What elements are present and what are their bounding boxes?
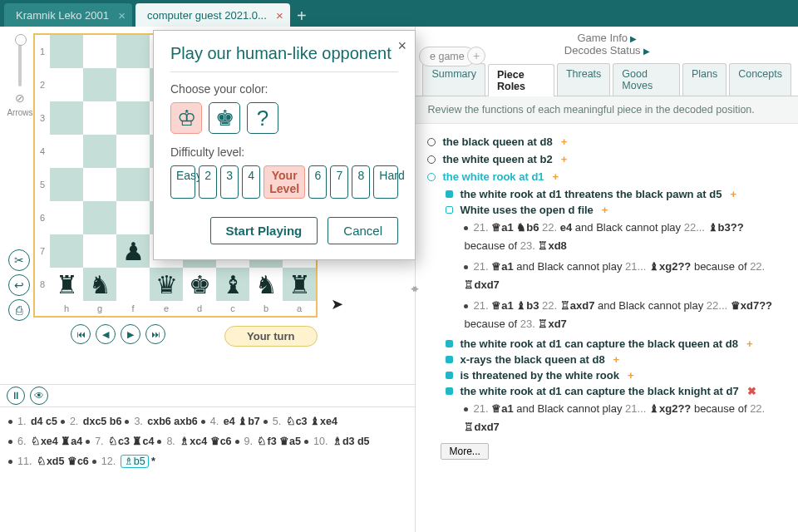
tab-1[interactable]: computer guest 2021.0...× (135, 3, 290, 27)
expand-icon[interactable] (427, 138, 436, 146)
pgn-move[interactable]: 9. ♘f3 ♛a5 (235, 436, 301, 447)
file-label: a (283, 301, 316, 316)
pgn-move[interactable]: 4. e4 ♝b7 (201, 416, 260, 427)
pgn-move[interactable]: 6. ♘xe4 ♜a4 (8, 436, 82, 447)
piece-bq[interactable]: ♛ (150, 268, 183, 301)
rank-label: 8 (35, 268, 50, 301)
piece-bp[interactable]: ♟ (116, 234, 150, 268)
pgn-move[interactable]: 10. ♗d3 d5 (304, 436, 370, 447)
analysis-subnode[interactable]: the white rook at d1 threatens the black… (460, 188, 722, 200)
difficulty-option-7[interactable]: 8 (352, 165, 370, 199)
add-tab[interactable]: + (290, 5, 313, 27)
file-label: d (183, 301, 216, 316)
tab-plans[interactable]: Plans (682, 63, 727, 96)
bullet-icon[interactable] (446, 340, 453, 347)
pgn-move[interactable]: 1. d4 c5 (8, 416, 57, 427)
vcr-first[interactable]: ⏮ (71, 324, 91, 344)
difficulty-option-6[interactable]: 7 (330, 165, 348, 199)
tool-cut[interactable]: ✂ (8, 249, 30, 271)
analysis-node[interactable]: the white queen at b2 (442, 153, 552, 165)
piece-br[interactable]: ♜ (283, 268, 316, 301)
file-label: g (83, 301, 116, 316)
start-playing-button[interactable]: Start Playing (210, 217, 318, 244)
color-option-2[interactable]: ? (247, 102, 278, 134)
bullet-icon[interactable] (446, 356, 453, 363)
bullet-icon[interactable] (446, 387, 453, 395)
analysis-line[interactable]: 21. ♕a1 ♞b6 22. e4 and Black cannot play… (464, 219, 786, 255)
difficulty-option-8[interactable]: Hard (373, 165, 398, 199)
pgn-eye[interactable]: 👁 (30, 387, 48, 405)
pgn-pause[interactable]: ⏸ (7, 387, 25, 405)
analysis-tabs: SummaryPiece RolesThreatsGood MovesPlans… (416, 63, 798, 96)
tab-bar: Kramnik Leko 2001× computer guest 2021.0… (0, 0, 798, 27)
play-opponent-modal: × Play our human-like opponent Choose yo… (153, 30, 416, 260)
right-panel: Game Info▶ Decodes Status▶ SummaryPiece … (416, 27, 798, 532)
tool-print[interactable]: ⎙ (8, 299, 30, 321)
arrow-slider[interactable] (18, 37, 22, 86)
tab-close-0[interactable]: × (118, 9, 126, 22)
expand-icon[interactable] (427, 155, 436, 164)
piece-bn[interactable]: ♞ (249, 268, 283, 301)
piece-bb[interactable]: ♝ (216, 268, 249, 301)
tab-close-1[interactable]: × (276, 9, 283, 22)
tab-threats[interactable]: Threats (557, 63, 610, 96)
modal-close[interactable]: × (397, 37, 406, 55)
tab-0[interactable]: Kramnik Leko 2001× (4, 3, 132, 27)
tab-concepts[interactable]: Concepts (729, 63, 791, 96)
pgn-move[interactable]: 8. ♗xc4 ♛c6 (157, 436, 231, 447)
analysis-tree: the black queen at d8 +the white queen a… (416, 124, 798, 532)
color-option-1[interactable]: ♚ (209, 102, 240, 134)
pgn-move[interactable]: 12. ♗b5 * (92, 456, 155, 467)
tab-good-moves[interactable]: Good Moves (613, 63, 680, 96)
piece-bk[interactable]: ♚ (183, 268, 216, 301)
analysis-line[interactable]: 21. ♕a1 and Black cannot play 21... ♝xg2… (464, 258, 786, 294)
difficulty-option-2[interactable]: 3 (220, 165, 239, 199)
rank-label: 3 (35, 101, 50, 135)
bullet-icon[interactable] (446, 190, 453, 198)
analysis-subnode[interactable]: x-rays the black queen at d8 (460, 353, 604, 366)
tab-summary[interactable]: Summary (422, 63, 485, 96)
tab-piece-roles[interactable]: Piece Roles (488, 64, 554, 96)
bg-pill-add[interactable]: + (467, 47, 485, 65)
bullet-icon[interactable] (446, 372, 453, 379)
analysis-node[interactable]: the white rook at d1 (442, 170, 544, 183)
difficulty-option-1[interactable]: 2 (199, 165, 217, 199)
piece-bn[interactable]: ♞ (83, 268, 116, 301)
pgn-move[interactable]: 7. ♘c3 ♜c4 (86, 436, 154, 447)
difficulty-option-0[interactable]: Easy (170, 165, 195, 199)
piece-br[interactable]: ♜ (50, 268, 83, 301)
pgn-move[interactable]: 11. ♘xd5 ♛c6 (8, 456, 89, 467)
difficulty-option-5[interactable]: 6 (308, 165, 327, 199)
analysis-subnode[interactable]: is threatened by the white rook (460, 369, 618, 382)
expand-icon[interactable] (427, 173, 436, 181)
vcr-last[interactable]: ⏭ (145, 324, 165, 344)
pgn-notation[interactable]: 1. d4 c52. dxc5 b63. cxb6 axb64. e4 ♝b75… (0, 407, 415, 476)
flip-icon[interactable]: ➤ (331, 295, 343, 313)
analysis-subnode[interactable]: the white rook at d1 can capture the bla… (460, 337, 737, 350)
no-entry-icon: ⊘ (15, 91, 25, 105)
analysis-subnode[interactable]: White uses the open d file (460, 204, 593, 216)
bullet-icon[interactable] (446, 206, 453, 214)
rank-label: 6 (35, 201, 50, 234)
analysis-node[interactable]: the black queen at d8 (442, 135, 552, 148)
color-option-0[interactable]: ♔ (170, 102, 202, 134)
tool-undo[interactable]: ↩ (8, 274, 30, 296)
more-button[interactable]: More... (441, 443, 488, 460)
cancel-button[interactable]: Cancel (328, 217, 398, 244)
analysis-line[interactable]: 21. ♕a1 ♝b3 22. ♖axd7 and Black cannot p… (464, 297, 786, 333)
file-label: h (50, 301, 83, 316)
vcr-prev[interactable]: ◀ (96, 324, 116, 344)
analysis-line[interactable]: 21. ♕a1 and Black cannot play 21... ♝xg2… (464, 400, 786, 436)
difficulty-selector: Easy234Your Level678Hard (170, 165, 398, 199)
difficulty-option-4[interactable]: Your Level (264, 165, 305, 199)
difficulty-label: Difficulty level: (170, 145, 398, 159)
analysis-subnode[interactable]: the white rook at d1 can capture the bla… (460, 385, 738, 397)
pgn-move[interactable]: 3. cxb6 axb6 (125, 416, 197, 427)
game-info-link[interactable]: Game Info▶ (416, 32, 798, 44)
difficulty-option-3[interactable]: 4 (242, 165, 260, 199)
choose-color-label: Choose your color: (170, 82, 398, 96)
modal-title: Play our human-like opponent (170, 44, 398, 63)
pgn-move[interactable]: 5. ♘c3 ♝xe4 (264, 416, 337, 427)
vcr-next[interactable]: ▶ (121, 324, 140, 344)
pgn-move[interactable]: 2. dxc5 b6 (61, 416, 122, 427)
